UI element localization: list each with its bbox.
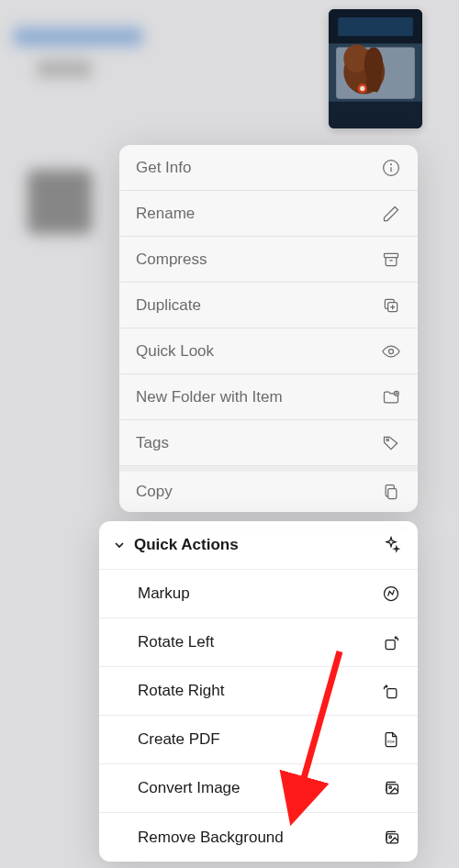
- rotate-left-icon: [381, 632, 401, 652]
- archive-icon: [381, 250, 401, 270]
- menu-item-label: Compress: [136, 250, 207, 269]
- folder-add-icon: [381, 387, 401, 407]
- selected-file-thumbnail[interactable]: [329, 9, 422, 128]
- menu-item-remove-background[interactable]: Remove Background: [99, 813, 418, 862]
- menu-item-copy[interactable]: Copy: [119, 466, 418, 512]
- eye-icon: [381, 341, 401, 362]
- svg-point-8: [364, 48, 383, 82]
- menu-item-label: Rename: [136, 205, 195, 223]
- menu-item-label: Quick Look: [136, 342, 214, 361]
- rotate-right-icon: [381, 681, 401, 701]
- svg-rect-14: [385, 253, 398, 257]
- menu-item-label: Remove Background: [138, 829, 284, 847]
- menu-item-rotate-left[interactable]: Rotate Left: [99, 618, 418, 667]
- svg-text:PDF: PDF: [387, 740, 396, 744]
- menu-item-label: Rotate Right: [138, 682, 225, 700]
- menu-item-label: New Folder with Item: [136, 388, 283, 406]
- image-icon: [381, 828, 401, 848]
- menu-item-label: Convert Image: [138, 779, 241, 797]
- quick-actions-panel: Quick Actions Markup Rotate Left Rotate …: [99, 521, 418, 862]
- menu-item-label: Create PDF: [138, 730, 220, 749]
- menu-item-label: Tags: [136, 434, 169, 452]
- menu-item-get-info[interactable]: Get Info: [119, 145, 418, 191]
- blurred-background: [14, 28, 142, 46]
- blurred-background: [28, 170, 92, 234]
- menu-item-convert-image[interactable]: Convert Image: [99, 764, 418, 813]
- menu-item-duplicate[interactable]: Duplicate: [119, 283, 418, 328]
- tag-icon: [381, 433, 401, 453]
- svg-rect-27: [387, 689, 397, 698]
- svg-rect-3: [329, 97, 422, 128]
- menu-item-rotate-right[interactable]: Rotate Right: [99, 667, 418, 716]
- svg-rect-26: [386, 640, 395, 650]
- svg-point-23: [386, 439, 389, 441]
- menu-item-tags[interactable]: Tags: [119, 420, 418, 466]
- menu-item-rename[interactable]: Rename: [119, 191, 418, 237]
- quick-actions-header[interactable]: Quick Actions: [99, 521, 418, 570]
- markup-icon: [381, 584, 401, 604]
- quick-actions-title: Quick Actions: [134, 536, 239, 554]
- pdf-icon: PDF: [381, 729, 401, 750]
- svg-rect-2: [338, 17, 413, 36]
- menu-item-label: Copy: [136, 483, 173, 501]
- menu-item-quick-look[interactable]: Quick Look: [119, 328, 418, 374]
- menu-item-create-pdf[interactable]: Create PDF PDF: [99, 716, 418, 764]
- info-icon: [381, 158, 401, 178]
- duplicate-icon: [381, 295, 401, 316]
- pencil-icon: [381, 204, 401, 224]
- svg-point-30: [389, 786, 392, 789]
- svg-point-10: [360, 86, 364, 91]
- svg-rect-24: [388, 489, 397, 499]
- convert-image-icon: [381, 778, 401, 798]
- menu-item-markup[interactable]: Markup: [99, 570, 418, 618]
- menu-item-label: Duplicate: [136, 296, 201, 315]
- context-menu-primary: Get Info Rename Compress Duplicate Quick…: [119, 145, 418, 512]
- menu-item-label: Get Info: [136, 159, 191, 177]
- copy-icon: [381, 482, 401, 502]
- svg-point-32: [389, 835, 392, 838]
- menu-item-new-folder[interactable]: New Folder with Item: [119, 374, 418, 420]
- menu-item-label: Markup: [138, 584, 190, 603]
- sparkles-icon: [381, 535, 401, 555]
- svg-point-19: [389, 349, 394, 353]
- svg-point-13: [391, 163, 392, 164]
- blurred-background: [37, 60, 92, 78]
- chevron-down-icon: [112, 538, 127, 552]
- menu-item-label: Rotate Left: [138, 633, 214, 651]
- menu-item-compress[interactable]: Compress: [119, 237, 418, 283]
